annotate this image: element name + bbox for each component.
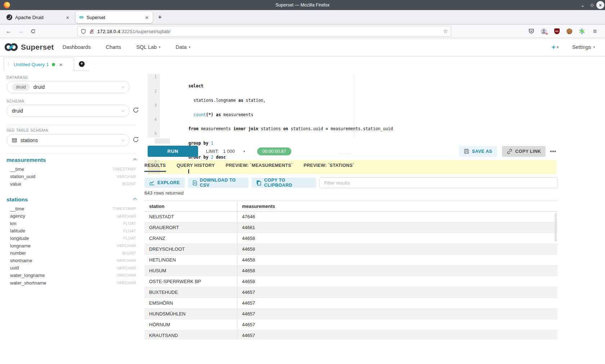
results-tab[interactable]: QUERY HISTORY (177, 163, 215, 172)
code-token: count (193, 112, 206, 117)
back-button[interactable]: ← (4, 27, 13, 36)
account-icon[interactable]: ✕ (540, 27, 548, 35)
column-type: VARCHAR (117, 174, 136, 179)
browser-tabstrip: Apache Druid × ∞ Superset × + (0, 10, 605, 24)
explore-button[interactable]: EXPLORE (144, 178, 185, 188)
code-token (209, 141, 211, 146)
browser-tab-apache-druid[interactable]: Apache Druid × (3, 12, 73, 23)
window-close-button[interactable]: × (596, 1, 604, 9)
code-token: as (238, 98, 243, 103)
copy-link-button[interactable]: COPY LINK (502, 146, 546, 157)
column-name: __time (10, 167, 24, 172)
column-type: FLOAT (123, 229, 136, 233)
pane-resize-handle[interactable]: ······· (331, 151, 359, 155)
tab-close-icon[interactable]: × (144, 14, 149, 21)
code-token: stations (258, 126, 283, 131)
insecure-lock-icon[interactable] (89, 29, 94, 34)
column-name: agency (10, 213, 25, 219)
table-icon (12, 138, 17, 143)
tracking-shield-icon[interactable] (81, 29, 86, 34)
url-bar[interactable]: 172.18.0.4:32251/superset/sqllab/ ☆ (77, 26, 451, 37)
code-line: count(*) as measurements (160, 103, 556, 117)
results-tab[interactable]: PREVIEW: `MEASUREMENTS` (226, 163, 293, 172)
schema-select[interactable]: druid (6, 105, 130, 117)
editor-hscrollbar-thumb[interactable] (155, 138, 170, 144)
query-tab-label: Untitled Query 1 (14, 62, 49, 67)
hamburger-menu-icon[interactable]: ≡ (591, 27, 599, 35)
collapse-chevron-icon[interactable] (133, 197, 136, 201)
measurements-cell: 44657 (237, 330, 557, 340)
filter-results-input[interactable] (319, 177, 557, 188)
refresh-schema-button[interactable] (133, 107, 140, 114)
station-cell: CRANZ (144, 236, 237, 241)
window-minimize-button[interactable]: ⌄ (578, 0, 587, 10)
results-rows: NEUSTADT 47646 GRAUERORT 44661 CRANZ 446… (144, 211, 557, 340)
results-tab[interactable]: RESULTS (144, 163, 166, 172)
measurements-cell: 44658 (237, 244, 557, 254)
column-row: water_longname VARCHAR (6, 272, 136, 279)
table-group-header[interactable]: stations (6, 196, 136, 205)
window-maximize-button[interactable]: ◇ (588, 0, 596, 10)
nav-item-sql-lab[interactable]: SQL Lab▾ (136, 44, 160, 50)
measurements-cell: 44658 (237, 255, 557, 265)
tab-close-icon[interactable]: × (65, 14, 70, 21)
more-actions-button[interactable]: ••• (550, 149, 556, 154)
header-station[interactable]: station (144, 204, 237, 209)
bookmark-star-icon[interactable]: ☆ (443, 28, 448, 35)
sql-editor[interactable]: 1 select 2 stations.longname as station,… (148, 74, 556, 138)
column-type: TIMESTAMP (113, 206, 136, 211)
cookie-extension-icon[interactable] (565, 27, 573, 35)
superset-logo[interactable]: Superset (4, 42, 54, 52)
forward-button[interactable]: → (17, 27, 25, 36)
table-name[interactable]: stations (6, 196, 28, 203)
caret-down-icon: ▾ (243, 150, 245, 153)
run-button[interactable]: RUN (148, 146, 198, 157)
browser-tab-superset[interactable]: ∞ Superset × (76, 12, 153, 23)
download-csv-button[interactable]: DOWNLOAD TO CSV (188, 178, 249, 188)
file-icon (193, 180, 197, 186)
sqllab-main: ⋮ Untitled Query 1 × + DATABASE druid dr… (0, 56, 605, 364)
pocket-icon[interactable] (527, 27, 535, 35)
code-token: (*) (206, 112, 214, 117)
results-vscrollbar-thumb[interactable] (555, 213, 557, 242)
code-token: 1 (211, 141, 214, 146)
nav-item-charts[interactable]: Charts (106, 44, 121, 50)
header-measurements[interactable]: measurements (237, 201, 557, 211)
column-type: VARCHAR (117, 214, 136, 218)
settings-menu[interactable]: Settings▾ (572, 44, 595, 50)
table-group-header[interactable]: measurements (6, 157, 136, 165)
query-tab-close-icon[interactable]: × (59, 62, 63, 68)
save-as-button[interactable]: SAVE AS (459, 146, 497, 157)
copy-to-clipboard-button[interactable]: COPY TO CLIPBOARD (252, 178, 316, 188)
reload-icon (31, 29, 36, 34)
extension-asterisk-icon[interactable] (578, 27, 586, 35)
column-name: km (10, 221, 16, 226)
table-row: OSTE-SPERRWERK BP 44658 (144, 276, 557, 287)
query-tab-untitled-query-1[interactable]: ⋮ Untitled Query 1 × (4, 58, 74, 71)
add-query-tab-button[interactable]: + (74, 58, 89, 71)
table-schema-select[interactable]: stations (6, 134, 130, 146)
reload-button[interactable] (29, 27, 37, 36)
tab-label: Apache Druid (15, 15, 62, 20)
chevron-down-icon (121, 85, 125, 88)
table-row: HETLINGEN 44658 (144, 255, 557, 265)
ublock-origin-icon[interactable]: UO (553, 27, 561, 35)
nav-item-data[interactable]: Data▾ (176, 44, 191, 50)
table-row: KRAUTSAND 44657 (144, 330, 557, 340)
new-tab-button[interactable]: + (155, 12, 165, 22)
column-type: FLOAT (123, 236, 136, 240)
drag-handle-icon[interactable]: ⋮ (6, 62, 11, 67)
database-select[interactable]: druid druid (6, 81, 130, 93)
add-new-button[interactable]: +▾ (551, 43, 559, 51)
divider (6, 154, 136, 154)
nav-item-dashboards[interactable]: Dashboards (62, 44, 90, 50)
table-row: HUNDSMÜHLEN 44657 (144, 309, 557, 319)
limit-dropdown[interactable]: LIMIT: 1 000 ▾ (206, 149, 245, 154)
table-name[interactable]: measurements (6, 157, 46, 163)
column-type: BIGINT (122, 251, 136, 255)
collapse-chevron-icon[interactable] (133, 158, 136, 161)
limit-value: 1 000 (223, 149, 235, 154)
database-type-badge: druid (12, 83, 30, 91)
results-tab[interactable]: PREVIEW: `STATIONS` (304, 163, 354, 172)
refresh-tables-button[interactable] (133, 136, 140, 144)
